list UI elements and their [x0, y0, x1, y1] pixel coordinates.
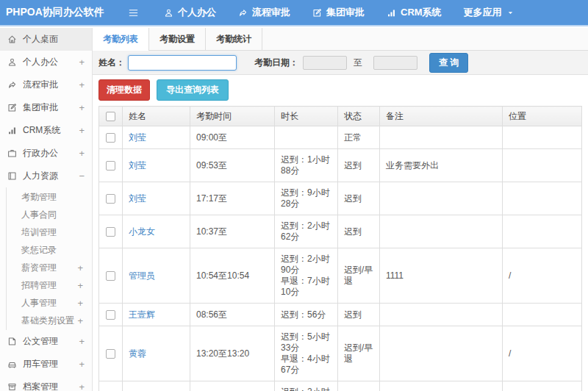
expand-toggle-icon[interactable]: + [77, 315, 83, 326]
sidebar-subitem-base-category[interactable]: 基础类别设置+ [7, 312, 92, 329]
sidebar-item-label: CRM系统 [23, 124, 60, 137]
sidebar-subitem-hr-contract[interactable]: 人事合同 [7, 206, 92, 223]
sidebar-item-label: 行政办公 [23, 147, 58, 159]
location-cell [503, 149, 582, 182]
row-checkbox[interactable] [106, 133, 115, 143]
sidebar-subitem-training-mgmt[interactable]: 培训管理 [7, 223, 92, 241]
top-nav-more-apps[interactable]: 更多应用 [464, 6, 514, 19]
location-cell [503, 126, 582, 149]
top-nav-personal-office[interactable]: 个人办公 [164, 6, 216, 19]
clean-data-button[interactable]: 清理数据 [98, 79, 150, 101]
column-header-0: 姓名 [123, 107, 190, 126]
employee-name-link[interactable]: 黄蓉 [129, 348, 146, 359]
status-cell: 迟到 [338, 215, 380, 248]
menu-toggle-icon[interactable] [128, 7, 139, 18]
sidebar-item-label: 集团审批 [23, 101, 58, 114]
location-cell [503, 182, 582, 215]
tab-attendance-list[interactable]: 考勤列表 [93, 28, 149, 51]
expand-toggle-icon[interactable]: + [79, 359, 85, 370]
sidebar-item-label: 用车管理 [23, 358, 58, 370]
name-input[interactable] [128, 55, 237, 71]
app-logo: PHPOA协同办公软件 [0, 6, 94, 19]
expand-toggle-icon[interactable]: + [77, 262, 83, 273]
share-icon [7, 80, 17, 90]
location-cell [503, 304, 582, 326]
table-body: 刘莹09:00至正常刘莹09:53至迟到：1小时88分迟到业务需要外出刘莹17:… [99, 126, 582, 391]
column-header-3: 状态 [338, 107, 380, 126]
sidebar-item-archive-mgmt[interactable]: 档案管理+ [0, 376, 92, 391]
sidebar-item-personal-desktop[interactable]: 个人桌面 [0, 28, 92, 51]
employee-name-link[interactable]: 刘莹 [129, 193, 146, 204]
name-cell: 管理员 [123, 248, 190, 304]
note-cell [380, 182, 503, 215]
employee-name-link[interactable]: 小龙女 [129, 226, 155, 237]
note-cell [380, 215, 503, 248]
row-checkbox[interactable] [106, 194, 115, 204]
sidebar-subitem-reward-punish[interactable]: 奖惩记录 [7, 241, 92, 259]
row-checkbox[interactable] [106, 349, 115, 359]
sidebar-subitem-recruit-mgmt[interactable]: 招聘管理+ [7, 276, 92, 294]
status-cell: 迟到 [338, 381, 380, 391]
expand-toggle-icon[interactable]: + [79, 79, 85, 90]
employee-name-link[interactable]: 王壹辉 [129, 309, 155, 320]
sidebar-subitem-attendance-mgmt[interactable]: 考勤管理 [7, 188, 92, 206]
sidebar-subitem-personnel-mgmt[interactable]: 人事管理+ [7, 294, 92, 312]
employee-name-link[interactable]: 管理员 [129, 270, 155, 281]
sidebar-item-label: 流程审批 [23, 79, 58, 91]
employee-name-link[interactable]: 刘莹 [129, 160, 146, 171]
time-cell: 08:56至 [190, 304, 275, 326]
sidebar-item-human-resources[interactable]: 人力资源− [0, 165, 92, 187]
expand-toggle-icon[interactable]: + [77, 298, 83, 309]
sidebar-item-vehicle-mgmt[interactable]: 用车管理+ [0, 353, 92, 376]
sidebar-item-label: 档案管理 [23, 381, 58, 391]
tab-attendance-stats[interactable]: 考勤统计 [206, 28, 262, 50]
expand-toggle-icon[interactable]: + [79, 381, 85, 391]
main-content: 考勤列表考勤设置考勤统计 姓名： 考勤日期： 至 查 询 清理数据 导出查询列表… [93, 28, 588, 391]
sidebar-subitem-label: 培训管理 [21, 226, 57, 239]
date-from-input[interactable] [303, 56, 347, 70]
select-all-checkbox[interactable] [106, 112, 115, 121]
expand-toggle-icon[interactable]: + [79, 102, 85, 113]
column-header-4: 备注 [380, 107, 503, 126]
row-checkbox[interactable] [106, 310, 115, 320]
sidebar-item-personal-office[interactable]: 个人办公+ [0, 51, 92, 73]
sidebar-subitem-label: 招聘管理 [21, 279, 57, 292]
expand-toggle-icon[interactable]: + [79, 336, 85, 347]
tab-attendance-settings[interactable]: 考勤设置 [149, 28, 206, 50]
table-row: 刘莹09:00至正常 [99, 126, 582, 149]
date-to-input[interactable] [373, 56, 417, 70]
expand-toggle-icon[interactable]: + [79, 148, 85, 159]
duration-cell [275, 126, 338, 149]
column-header-2: 时长 [275, 107, 338, 126]
top-nav-crm-system[interactable]: CRM系统 [387, 6, 442, 19]
row-checkbox[interactable] [106, 161, 115, 171]
book-icon [7, 171, 17, 181]
expand-toggle-icon[interactable]: + [77, 280, 83, 291]
expand-toggle-icon[interactable]: + [79, 125, 85, 136]
row-checkbox[interactable] [106, 271, 115, 281]
top-navbar: PHPOA协同办公软件 个人办公流程审批集团审批CRM系统更多应用 [0, 0, 588, 26]
sidebar-item-workflow-approval[interactable]: 流程审批+ [0, 73, 92, 96]
sidebar-submenu: 考勤管理人事合同培训管理奖惩记录薪资管理+招聘管理+人事管理+基础类别设置+ [6, 187, 92, 330]
sidebar-item-admin-office[interactable]: 行政办公+ [0, 142, 92, 165]
filter-bar: 姓名： 考勤日期： 至 查 询 [93, 51, 588, 75]
sidebar-subitem-label: 人事合同 [21, 209, 57, 221]
attendance-table: 姓名考勤时间时长状态备注位置 刘莹09:00至正常刘莹09:53至迟到：1小时8… [98, 106, 582, 391]
employee-name-link[interactable]: 刘莹 [129, 132, 146, 143]
export-list-button[interactable]: 导出查询列表 [157, 79, 229, 101]
sidebar-item-document-mgmt[interactable]: 公文管理+ [0, 330, 92, 353]
time-cell: 17:17至 [190, 182, 275, 215]
query-button[interactable]: 查 询 [429, 53, 468, 73]
top-nav-group-approval[interactable]: 集团审批 [312, 6, 365, 19]
expand-toggle-icon[interactable]: + [79, 57, 85, 68]
expand-toggle-icon[interactable]: − [79, 171, 85, 182]
row-checkbox[interactable] [106, 227, 115, 237]
top-nav-workflow-approval[interactable]: 流程审批 [238, 6, 290, 19]
sidebar-item-group-approval[interactable]: 集团审批+ [0, 96, 92, 119]
sidebar-item-crm-system[interactable]: CRM系统+ [0, 119, 92, 142]
sidebar-subitem-salary-mgmt[interactable]: 薪资管理+ [7, 259, 92, 276]
top-nav-label: 更多应用 [464, 6, 502, 19]
sidebar-item-label: 个人桌面 [23, 33, 58, 46]
chart-icon [7, 126, 17, 135]
note-cell [380, 126, 503, 149]
